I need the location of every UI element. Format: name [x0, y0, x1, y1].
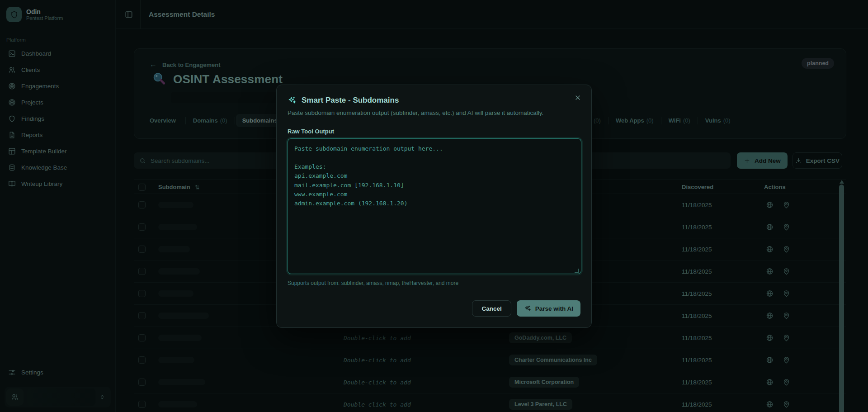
modal-description: Paste subdomain enumeration output (subf…: [288, 109, 580, 116]
sparkles-icon: [288, 96, 297, 105]
cancel-label: Cancel: [481, 305, 501, 312]
raw-output-label: Raw Tool Output: [288, 128, 580, 135]
smart-paste-modal: Smart Paste - Subdomains Paste subdomain…: [276, 85, 592, 328]
cancel-button[interactable]: Cancel: [472, 300, 511, 317]
sparkles-icon: [524, 305, 531, 312]
close-icon[interactable]: [574, 94, 581, 101]
raw-output-textarea[interactable]: [288, 138, 581, 274]
modal-title: Smart Paste - Subdomains: [302, 96, 399, 105]
modal-helper-text: Supports output from: subfinder, amass, …: [288, 280, 580, 286]
parse-with-ai-label: Parse with AI: [535, 305, 573, 312]
parse-with-ai-button[interactable]: Parse with AI: [517, 300, 580, 317]
